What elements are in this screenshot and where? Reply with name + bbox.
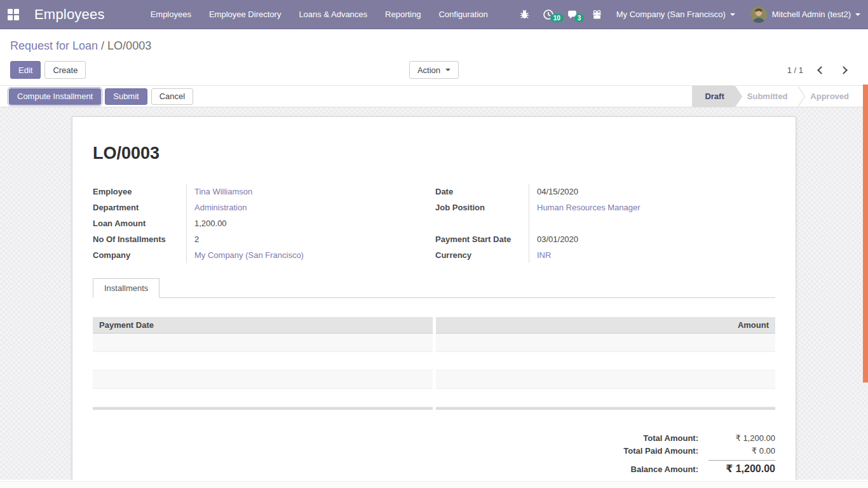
table-row: [436, 352, 776, 370]
menu-employee-directory[interactable]: Employee Directory: [200, 0, 290, 29]
control-panel: Request for Loan / LO/0003 Edit Create A…: [0, 29, 868, 85]
activities-clock-icon[interactable]: 10: [536, 9, 560, 20]
department-link[interactable]: Administration: [187, 203, 247, 212]
total-amount-label: Total Amount:: [643, 433, 698, 443]
status-step-draft[interactable]: Draft: [692, 86, 734, 107]
field-label: Company: [93, 247, 187, 263]
company-switcher[interactable]: My Company (San Francisco): [609, 10, 743, 19]
breadcrumb: Request for Loan / LO/0003: [10, 38, 858, 53]
field-loan-amount: Loan Amount 1,200.00: [93, 215, 433, 231]
column-header-payment-date[interactable]: Payment Date: [93, 317, 433, 334]
menu-loans-advances[interactable]: Loans & Advances: [290, 0, 376, 29]
chevron-down-icon: [445, 69, 451, 71]
gift-icon[interactable]: [585, 9, 609, 20]
bottom-strip: [0, 481, 868, 488]
pager-next-icon[interactable]: [839, 66, 848, 74]
menu-configuration[interactable]: Configuration: [430, 0, 496, 29]
action-button-label: Action: [417, 65, 440, 75]
table-footer-bar: [436, 407, 776, 410]
totals-summary: Total Amount: ₹ 1,200.00 Total Paid Amou…: [93, 430, 775, 475]
table-row: [436, 334, 776, 352]
top-navbar: Employees Employees Employee Directory L…: [0, 0, 868, 29]
field-label: Currency: [435, 247, 529, 263]
main-menu: Employees Employee Directory Loans & Adv…: [142, 0, 497, 29]
scrollbar-thumb[interactable]: [863, 85, 868, 383]
job-position-link[interactable]: Human Resources Manager: [529, 203, 641, 212]
action-button[interactable]: Action: [409, 61, 459, 79]
balance-amount-label: Balance Amount:: [631, 464, 698, 474]
table-row: [436, 370, 776, 389]
status-step-submitted[interactable]: Submitted: [735, 86, 798, 107]
apps-grid-icon[interactable]: [8, 9, 19, 20]
field-currency: Currency INR: [435, 247, 775, 263]
currency-link[interactable]: INR: [529, 250, 551, 260]
messages-chat-icon[interactable]: 3: [560, 9, 585, 20]
date-value: 04/15/2020: [529, 187, 578, 196]
chevron-down-icon: [730, 13, 735, 16]
field-column-left: Employee Tina Williamson Department Admi…: [93, 184, 433, 263]
balance-amount-row: Balance Amount: ₹ 1,200.00: [631, 459, 775, 475]
field-label: Loan Amount: [93, 215, 187, 231]
control-panel-buttons-row: Edit Create Action 1 / 1: [10, 61, 858, 79]
field-label: Date: [435, 184, 529, 200]
table-left-columns: Payment Date: [93, 317, 433, 410]
edit-button[interactable]: Edit: [10, 61, 41, 79]
installments-count-value: 2: [187, 234, 199, 244]
submit-button[interactable]: Submit: [105, 88, 147, 105]
total-paid-amount-label: Total Paid Amount:: [623, 446, 698, 456]
form-view-background: LO/0003 Employee Tina Williamson Departm…: [0, 107, 868, 480]
total-paid-amount-value: ₹ 0.00: [709, 446, 775, 456]
breadcrumb-current: LO/0003: [107, 39, 151, 52]
compute-installment-button[interactable]: Compute Installment: [9, 88, 101, 105]
user-name: Mitchell Admin (test2): [772, 10, 851, 19]
company-link[interactable]: My Company (San Francisco): [187, 250, 304, 260]
table-row: [93, 389, 433, 407]
breadcrumb-parent-link[interactable]: Request for Loan: [10, 39, 98, 52]
menu-reporting[interactable]: Reporting: [376, 0, 430, 29]
chevron-down-icon: [855, 13, 860, 16]
message-count-badge: 3: [574, 14, 585, 22]
status-step-approved[interactable]: Approved: [797, 86, 859, 107]
field-company: Company My Company (San Francisco): [93, 247, 433, 263]
field-label: Job Position: [435, 200, 529, 215]
field-group: Employee Tina Williamson Department Admi…: [93, 184, 775, 263]
bug-icon[interactable]: [513, 9, 536, 20]
notebook-tabs: Installments: [93, 278, 775, 298]
field-label: [435, 215, 529, 231]
total-amount-value: ₹ 1,200.00: [709, 433, 775, 443]
pager-previous-icon[interactable]: [817, 66, 825, 74]
field-label: Department: [93, 200, 187, 215]
menu-employees[interactable]: Employees: [142, 0, 200, 29]
table-footer-bar: [93, 407, 433, 410]
field-column-right: Date 04/15/2020 Job Position Human Resou…: [435, 184, 775, 263]
employee-link[interactable]: Tina Williamson: [187, 187, 252, 196]
user-menu[interactable]: Mitchell Admin (test2): [743, 6, 868, 23]
app-brand: Employees: [34, 6, 105, 23]
pager-count: 1 / 1: [787, 65, 803, 75]
balance-amount-value: ₹ 1,200.00: [709, 460, 775, 475]
field-spacer: [435, 215, 775, 231]
field-label: Payment Start Date: [435, 231, 529, 247]
tab-installments[interactable]: Installments: [93, 278, 159, 298]
table-row: [93, 352, 433, 370]
record-title: LO/0003: [93, 144, 775, 163]
field-job-position: Job Position Human Resources Manager: [435, 200, 775, 215]
cancel-button[interactable]: Cancel: [151, 88, 193, 105]
field-payment-start-date: Payment Start Date 03/01/2020: [435, 231, 775, 247]
installments-table: Payment Date Amount: [93, 317, 775, 410]
field-no-of-installments: No Of Installments 2: [93, 231, 433, 247]
total-paid-amount-row: Total Paid Amount: ₹ 0.00: [623, 446, 775, 456]
table-row: [436, 389, 776, 407]
field-department: Department Administration: [93, 200, 433, 215]
column-header-amount[interactable]: Amount: [436, 317, 776, 334]
table-right-columns: Amount: [436, 317, 776, 410]
company-name: My Company (San Francisco): [616, 10, 726, 19]
breadcrumb-separator: /: [98, 39, 107, 52]
avatar: [750, 6, 767, 23]
total-amount-row: Total Amount: ₹ 1,200.00: [643, 433, 775, 443]
form-sheet: LO/0003 Employee Tina Williamson Departm…: [72, 116, 796, 480]
create-button[interactable]: Create: [44, 61, 86, 79]
systray: 10 3 My Company (San Francisco): [513, 6, 868, 23]
table-row: [93, 370, 433, 389]
loan-amount-value: 1,200.00: [187, 219, 227, 228]
